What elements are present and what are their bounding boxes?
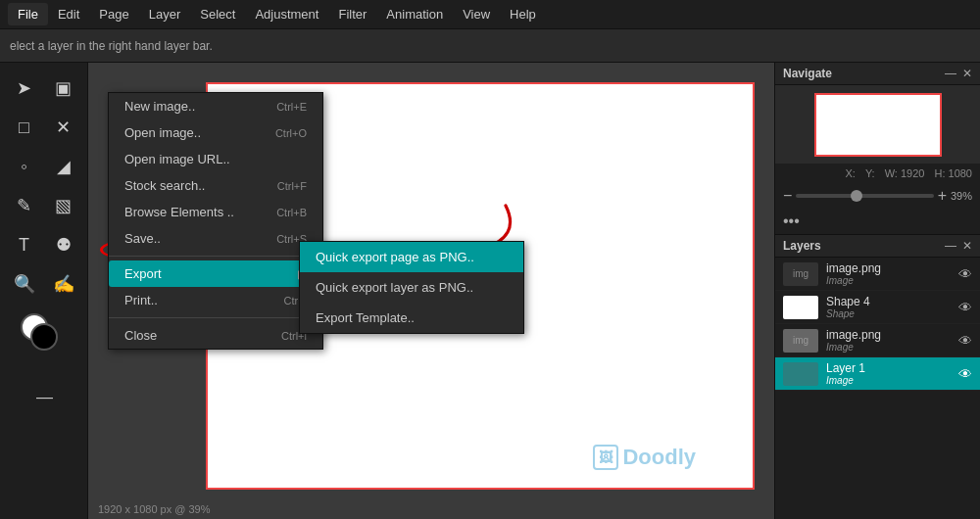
export-label: Export <box>124 266 162 281</box>
menu-save[interactable]: Save.. Ctrl+S <box>109 225 322 252</box>
browse-elements-label: Browse Elements .. <box>124 205 234 219</box>
zoom-slider-thumb <box>851 190 862 202</box>
layer-type-2: Image <box>826 342 958 353</box>
text-tool[interactable]: T <box>7 227 42 262</box>
layer-thumb-3 <box>783 362 818 386</box>
lasso-tool[interactable]: ◦ <box>7 149 42 184</box>
tool-row-5: T ⚉ <box>7 227 81 262</box>
layer-item-3[interactable]: Layer 1 Image 👁 <box>775 357 980 391</box>
canvas-status: 1920 x 1080 px @ 39% <box>98 503 211 515</box>
navigate-close[interactable]: ✕ <box>962 67 972 80</box>
tool-row-2: □ ✕ <box>7 110 81 145</box>
menu-open-url[interactable]: Open image URL.. <box>109 146 322 172</box>
layer-eye-1[interactable]: 👁 <box>958 300 972 315</box>
navigate-controls: — ✕ <box>945 67 972 80</box>
menu-open-image[interactable]: Open image.. Ctrl+O <box>109 119 322 146</box>
layer-info-1: Shape 4 Shape <box>826 295 958 319</box>
menu-adjustment[interactable]: Adjustment <box>245 3 328 25</box>
eyedrop-tool[interactable]: ⚉ <box>46 227 81 262</box>
layer-type-3: Image <box>826 375 958 386</box>
nav-slider-row: − + 39% <box>775 183 980 209</box>
layer-name-3: Layer 1 <box>826 361 958 375</box>
nav-dots[interactable]: ••• <box>783 212 800 230</box>
right-panel: Navigate — ✕ X: Y: W: 1920 H: 1080 − <box>774 63 980 519</box>
tool-row-4: ✎ ▧ <box>7 188 81 223</box>
extra-tool[interactable]: ⸻ <box>26 380 62 415</box>
open-image-label: Open image.. <box>124 125 201 140</box>
rect-tool[interactable]: ▣ <box>46 71 81 106</box>
layer-item-0[interactable]: img image.png Image 👁 <box>775 258 980 291</box>
menu-view[interactable]: View <box>453 3 500 25</box>
browse-elements-shortcut: Ctrl+B <box>276 207 307 218</box>
menu-print[interactable]: Print.. Ctrl+ <box>109 287 322 313</box>
left-tool-panel: ➤ ▣ □ ✕ ◦ ◢ ✎ ▧ T ⚉ 🔍 ✍ ⸻ <box>0 63 88 519</box>
export-template-label: Export Template.. <box>316 310 415 325</box>
export-page-png[interactable]: Quick export page as PNG.. <box>300 242 523 272</box>
menu-filter[interactable]: Filter <box>328 3 376 25</box>
arrow-tool[interactable]: ➤ <box>7 71 42 106</box>
stock-search-label: Stock search.. <box>124 178 205 193</box>
zoom-out-btn[interactable]: − <box>783 187 792 205</box>
layers-title: Layers <box>783 239 821 253</box>
watermark-text: Doodly <box>622 445 696 470</box>
menu-close[interactable]: Close Ctrl+l <box>109 322 322 349</box>
navigate-title: Navigate <box>783 67 832 80</box>
layers-minus[interactable]: — <box>945 239 956 253</box>
layer-eye-0[interactable]: 👁 <box>958 266 972 282</box>
layer-eye-2[interactable]: 👁 <box>958 333 972 349</box>
new-image-label: New image.. <box>124 99 195 114</box>
layer-item-2[interactable]: img image.png Image 👁 <box>775 324 980 357</box>
menu-export[interactable]: Export ▶ <box>109 260 322 287</box>
menu-animation[interactable]: Animation <box>376 3 453 25</box>
menu-page[interactable]: Page <box>89 3 138 25</box>
fill-tool[interactable]: ◢ <box>46 149 81 184</box>
layer-thumb-2: img <box>783 329 818 353</box>
pan-tool[interactable]: ✍ <box>46 266 81 302</box>
main-layout: ➤ ▣ □ ✕ ◦ ◢ ✎ ▧ T ⚉ 🔍 ✍ ⸻ <box>0 63 980 519</box>
color-swatches <box>21 313 68 360</box>
save-label: Save.. <box>124 231 161 246</box>
navigate-panel: Navigate — ✕ X: Y: W: 1920 H: 1080 − <box>775 63 980 235</box>
eraser-tool[interactable]: ▧ <box>46 188 81 223</box>
menu-select[interactable]: Select <box>190 3 245 25</box>
file-dropdown: New image.. Ctrl+E Open image.. Ctrl+O O… <box>108 92 323 350</box>
zoom-in-btn[interactable]: + <box>938 187 947 205</box>
export-page-png-label: Quick export page as PNG.. <box>316 250 474 264</box>
background-color[interactable] <box>30 323 58 351</box>
tool-row-1: ➤ ▣ <box>7 71 81 106</box>
menubar: File Edit Page Layer Select Adjustment F… <box>0 0 980 29</box>
nav-y: Y: <box>865 167 875 179</box>
nav-w: W: 1920 <box>885 167 925 179</box>
zoom-tool[interactable]: 🔍 <box>7 266 42 302</box>
toolbar: elect a layer in the right hand layer ba… <box>0 29 980 63</box>
crop-tool[interactable]: □ <box>7 110 42 145</box>
menu-browse-elements[interactable]: Browse Elements .. Ctrl+B <box>109 199 322 225</box>
layer-item-1[interactable]: Shape 4 Shape 👁 <box>775 291 980 324</box>
layer-info-0: image.png Image <box>826 261 958 286</box>
layer-info-3: Layer 1 Image <box>826 361 958 386</box>
menu-edit[interactable]: Edit <box>48 3 89 25</box>
dd-sep-2 <box>109 317 322 318</box>
layer-eye-3[interactable]: 👁 <box>958 366 972 382</box>
layers-close[interactable]: ✕ <box>962 239 972 253</box>
export-template[interactable]: Export Template.. <box>300 303 523 333</box>
menu-stock-search[interactable]: Stock search.. Ctrl+F <box>109 172 322 199</box>
brush-tool[interactable]: ✎ <box>7 188 42 223</box>
tool-row-3: ◦ ◢ <box>7 149 81 184</box>
menu-layer[interactable]: Layer <box>139 3 191 25</box>
layers-panel: Layers — ✕ img image.png Image 👁 <box>775 235 980 519</box>
dd-sep-1 <box>109 256 322 257</box>
close-label: Close <box>124 328 157 343</box>
menu-file[interactable]: File <box>8 3 48 25</box>
zoom-slider[interactable] <box>796 194 933 198</box>
menu-new-image[interactable]: New image.. Ctrl+E <box>109 93 322 119</box>
navigate-minus[interactable]: — <box>945 67 956 80</box>
open-url-label: Open image URL.. <box>124 152 230 166</box>
layer-name-0: image.png <box>826 261 958 275</box>
transform-tool[interactable]: ✕ <box>46 110 81 145</box>
layer-type-1: Shape <box>826 308 958 319</box>
nav-xy: X: <box>845 167 855 179</box>
menu-help[interactable]: Help <box>500 3 546 25</box>
export-layer-png[interactable]: Quick export layer as PNG.. <box>300 272 523 303</box>
navigate-header: Navigate — ✕ <box>775 63 980 85</box>
